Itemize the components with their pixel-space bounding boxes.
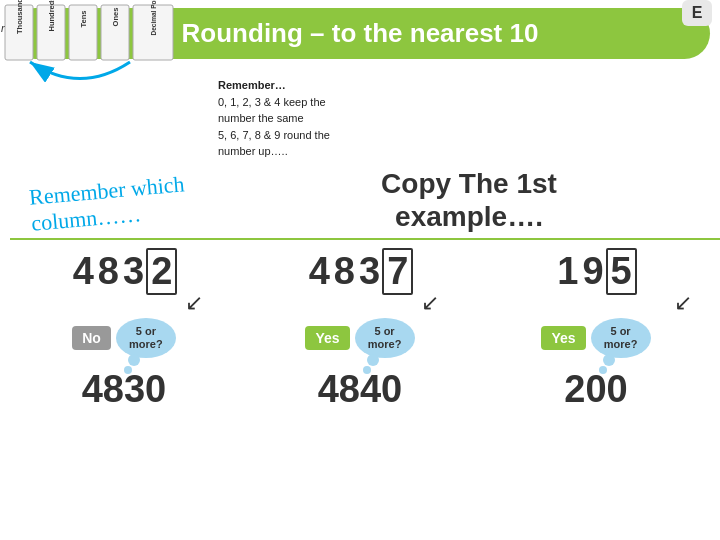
copy-line2: example…. xyxy=(228,200,710,234)
svg-text:Decimal Point: Decimal Point xyxy=(150,0,157,35)
col3-number: 1 9 5 xyxy=(482,248,710,295)
col1-d1: 4 xyxy=(71,250,96,293)
remember-box: Remember… 0, 1, 2, 3 & 4 keep the number… xyxy=(213,72,715,165)
arrow-diagram: T Thousands Hundreds Tens Ones Decimal P… xyxy=(0,0,190,100)
col3-d1: 1 xyxy=(555,250,580,293)
svg-text:Thousands: Thousands xyxy=(15,0,24,34)
col3-yes-button[interactable]: Yes xyxy=(541,326,585,350)
col1-d2: 8 xyxy=(96,250,121,293)
col1-result: 4830 xyxy=(82,368,167,411)
col1-d4: 2 xyxy=(146,248,177,295)
cursive-text: Remember which column…… xyxy=(28,169,212,236)
remember-line5: number up….. xyxy=(218,143,710,160)
col3-d2: 9 xyxy=(580,250,605,293)
copy-area: Copy The 1st example…. xyxy=(218,167,710,234)
col2-d4: 7 xyxy=(382,248,413,295)
col2-d3: 3 xyxy=(357,250,382,293)
copy-box: Copy The 1st example…. xyxy=(228,167,710,234)
copy-line1: Copy The 1st xyxy=(228,167,710,201)
separator xyxy=(10,238,720,240)
remember-line1: Remember… xyxy=(218,77,710,94)
remember-line4: 5, 6, 7, 8 & 9 round the xyxy=(218,127,710,144)
col2-bubble: 5 ormore? xyxy=(355,318,415,358)
remember-line2: 0, 1, 2, 3 & 4 keep the xyxy=(218,94,710,111)
col-1: 4 8 3 2 ↙ No 5 ormore? 4830 xyxy=(10,248,238,411)
svg-text:Hundreds: Hundreds xyxy=(47,0,56,32)
cursive-area: Remember which column…… xyxy=(10,167,210,229)
three-columns: 4 8 3 2 ↙ No 5 ormore? 4830 4 8 3 7 ↙ Ye… xyxy=(0,248,720,411)
col3-d3: 5 xyxy=(606,248,637,295)
svg-text:Ones: Ones xyxy=(111,8,120,27)
col2-number: 4 8 3 7 xyxy=(246,248,474,295)
place-value-panel: T Thousands Hundreds Tens Ones Decimal P… xyxy=(5,67,205,165)
svg-text:Tens: Tens xyxy=(79,11,88,28)
e-badge: E xyxy=(682,0,712,26)
col2-yes-button[interactable]: Yes xyxy=(305,326,349,350)
col1-d3: 3 xyxy=(121,250,146,293)
top-section: T Thousands Hundreds Tens Ones Decimal P… xyxy=(0,67,720,165)
col3-yesno-row: Yes 5 ormore? xyxy=(541,318,650,358)
col2-result: 4840 xyxy=(318,368,403,411)
col2-d1: 4 xyxy=(307,250,332,293)
col1-bubble: 5 ormore? xyxy=(116,318,176,358)
col2-d2: 8 xyxy=(332,250,357,293)
remember-line3: number the same xyxy=(218,110,710,127)
middle-section: Remember which column…… Copy The 1st exa… xyxy=(0,167,720,234)
col1-number: 4 8 3 2 xyxy=(10,248,238,295)
col3-result: 200 xyxy=(564,368,627,411)
col-3: 1 9 5 ↙ Yes 5 ormore? 200 xyxy=(482,248,710,411)
col2-yesno-row: Yes 5 ormore? xyxy=(305,318,414,358)
header-title: Rounding – to the nearest 10 xyxy=(182,18,539,49)
col1-yesno-row: No 5 ormore? xyxy=(72,318,176,358)
col3-bubble: 5 ormore? xyxy=(591,318,651,358)
col1-no-button[interactable]: No xyxy=(72,326,111,350)
col-2: 4 8 3 7 ↙ Yes 5 ormore? 4840 xyxy=(246,248,474,411)
remember-panel: Remember… 0, 1, 2, 3 & 4 keep the number… xyxy=(213,67,715,165)
